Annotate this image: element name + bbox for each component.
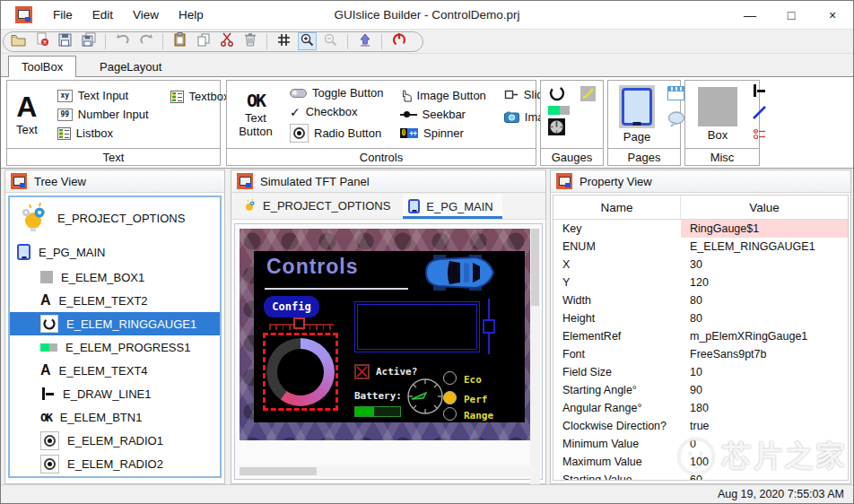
image-icon — [504, 111, 519, 123]
menu-edit[interactable]: Edit — [83, 1, 123, 29]
menu-file[interactable]: File — [43, 1, 83, 29]
line-tool-icon[interactable] — [752, 84, 766, 97]
toolbox-listbox[interactable]: Listbox — [57, 126, 149, 140]
tree-item-progress1[interactable]: E_ELEM_PROGRESS1 — [10, 335, 220, 359]
tree-item-project-options[interactable]: E_PROJECT_OPTIONS — [10, 197, 220, 239]
minimize-button[interactable]: — — [729, 1, 771, 29]
car-image[interactable] — [423, 254, 496, 295]
tft-tab-project-options[interactable]: E_PROJECT_OPTIONS — [237, 194, 399, 219]
toolbar-separator — [347, 34, 348, 49]
toolbox-radio-button[interactable]: Radio Button — [290, 124, 384, 143]
popup-page-icon[interactable] — [667, 111, 685, 127]
status-bar: Aug 19, 2020 7:55:03 AM — [1, 484, 853, 503]
tft-tab-pg-main[interactable]: E_PG_MAIN — [403, 195, 501, 219]
grid-button[interactable] — [274, 32, 293, 50]
close-button[interactable]: × — [812, 1, 853, 29]
battery-progress-bar[interactable] — [354, 406, 401, 417]
toolbox-group-gauges: Gauges — [540, 80, 604, 166]
tab-toolbox[interactable]: ToolBox — [8, 56, 76, 77]
tree-item-radio2[interactable]: E_ELEM_RADIO2 — [10, 452, 220, 475]
tree-item-partial — [10, 477, 220, 478]
toolbox-toggle-button[interactable]: Toggle Button — [290, 86, 384, 100]
toolbox-seekbar[interactable]: Seekbar — [400, 108, 486, 121]
ring-gauge-tool-icon[interactable] — [548, 84, 566, 102]
progress-bar-tool-icon[interactable] — [548, 106, 570, 115]
textbox-icon — [170, 91, 184, 103]
trash-icon — [244, 32, 257, 50]
active-checkbox[interactable] — [354, 364, 370, 379]
tree-item-line1[interactable]: E_DRAW_LINE1 — [10, 382, 220, 405]
zoom-out-button[interactable] — [321, 32, 340, 50]
tree-item-ringgauge1[interactable]: E_ELEM_RINGGAUGE1 — [10, 312, 220, 335]
number-input-icon: 99 — [57, 109, 73, 121]
config-button[interactable]: Config — [264, 296, 319, 317]
copy-button[interactable] — [194, 32, 213, 50]
toolbox-text-input[interactable]: xyText Input — [57, 89, 149, 102]
radio-perf[interactable] — [443, 391, 457, 404]
radio-eco[interactable] — [443, 371, 457, 385]
diagonal-line-icon[interactable] — [752, 105, 767, 120]
tree-item-box1[interactable]: E_ELEM_BOX1 — [10, 265, 220, 289]
canvas-horizontal-scrollbar[interactable] — [240, 466, 534, 476]
close-project-button[interactable] — [32, 32, 51, 50]
menu-help[interactable]: Help — [169, 1, 214, 29]
save-button[interactable] — [56, 32, 74, 50]
import-button[interactable] — [355, 32, 374, 50]
toolbox-spinner[interactable]: 0++Spinner — [400, 126, 486, 140]
toolbox-box[interactable]: Box — [693, 87, 743, 142]
radio-button-icon — [290, 124, 309, 143]
scrollbar-thumb[interactable] — [531, 229, 539, 306]
open-button[interactable] — [9, 32, 28, 50]
tree-item-text2[interactable]: A E_ELEM_TEXT2 — [10, 289, 220, 312]
toolbox-page[interactable]: Page — [614, 85, 660, 143]
toolbox-image-button[interactable]: Image Button — [400, 89, 486, 102]
tree-item-text4[interactable]: A E_ELEM_TEXT4 — [10, 359, 220, 382]
toolbox-textbox[interactable]: Textbox — [170, 90, 230, 103]
radio-range[interactable] — [443, 407, 457, 421]
redo-button[interactable] — [136, 32, 155, 50]
slider-handle[interactable] — [293, 317, 305, 329]
text-icon: A — [16, 92, 37, 121]
screen-title-text[interactable]: Controls — [266, 255, 359, 279]
ramp-gauge-tool-icon[interactable] — [580, 86, 596, 101]
radio-range-label: Range — [464, 410, 493, 421]
toolbox-text[interactable]: A Text — [11, 92, 43, 136]
toolbox-checkbox[interactable]: ✓Checkbox — [290, 105, 384, 118]
radial-gauge-tool-icon[interactable] — [548, 118, 565, 135]
power-icon — [392, 32, 406, 50]
save-as-button[interactable] — [79, 32, 98, 50]
tree-item-pg-main[interactable]: E_PG_MAIN — [10, 239, 220, 265]
tft-screen[interactable]: Controls Config — [254, 251, 525, 422]
canvas-vertical-scrollbar[interactable] — [530, 229, 540, 498]
zoom-in-button[interactable] — [298, 32, 317, 50]
property-row: FontFreeSans9pt7b — [553, 345, 848, 363]
textbox-widget[interactable] — [354, 301, 480, 352]
tree-item-radio1[interactable]: E_ELEM_RADIO1 — [10, 429, 220, 452]
base-page-icon[interactable] — [667, 86, 684, 100]
menu-view[interactable]: View — [123, 1, 169, 29]
tab-pagelayout[interactable]: PageLayout — [87, 56, 174, 77]
toolbox-text-button[interactable]: OK Text Button — [231, 91, 281, 138]
property-row: Y120 — [553, 274, 848, 291]
ribbon-tabbar: ToolBox PageLayout — [1, 55, 853, 76]
slider-widget[interactable] — [269, 317, 334, 332]
box-icon — [698, 87, 737, 126]
slider-icon — [504, 89, 518, 101]
toolbox-number-input[interactable]: 99Number Input — [57, 108, 149, 121]
cut-button[interactable] — [217, 32, 236, 50]
group-tool-icon[interactable] — [752, 128, 767, 140]
scrollbar-thumb[interactable] — [240, 467, 317, 475]
open-folder-icon — [11, 33, 26, 50]
tree-list[interactable]: E_PROJECT_OPTIONS E_PG_MAIN E_ELEM_BOX1 … — [8, 196, 222, 478]
radial-gauge-widget[interactable] — [406, 378, 444, 419]
grid-icon — [277, 33, 291, 50]
textbox-scrollbar-thumb[interactable] — [483, 319, 495, 334]
toolbox-group-controls: OK Text Button Toggle Button ✓Checkbox R… — [226, 80, 536, 166]
exit-button[interactable] — [389, 32, 408, 50]
paste-button[interactable] — [170, 32, 189, 50]
ring-gauge-widget[interactable] — [266, 338, 335, 406]
undo-button[interactable] — [113, 32, 132, 50]
maximize-button[interactable]: □ — [771, 1, 812, 29]
tree-item-btn1[interactable]: OK E_ELEM_BTN1 — [10, 405, 220, 429]
delete-button[interactable] — [240, 32, 259, 50]
